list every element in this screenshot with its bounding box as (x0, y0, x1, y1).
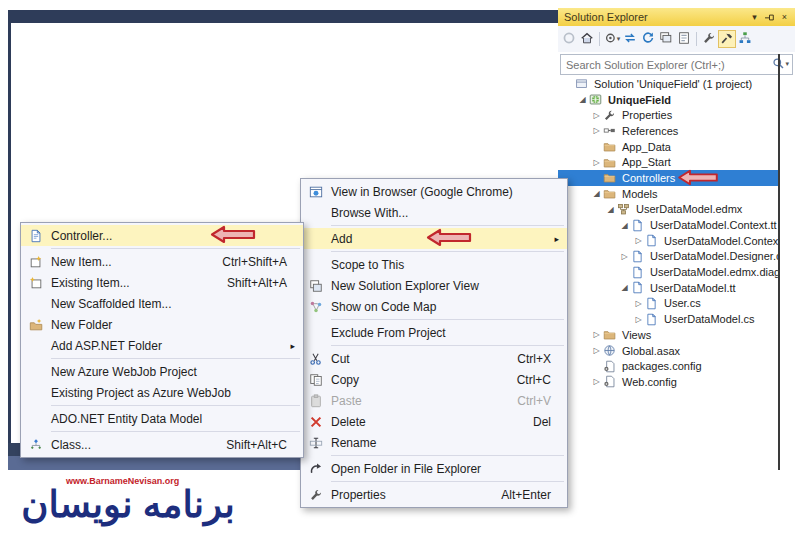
tree-item-models[interactable]: ◢Models (558, 186, 778, 202)
existing-item-icon (25, 275, 47, 291)
toolbar-back-button[interactable] (560, 30, 578, 48)
context-menu-item-new-solution-explorer-view[interactable]: New Solution Explorer View (301, 275, 567, 296)
auto-hide-pin-button[interactable] (762, 10, 777, 24)
tree-item-references[interactable]: ▷References (558, 123, 778, 139)
expander-expanded-icon[interactable]: ◢ (618, 283, 631, 292)
context-menu-item-delete[interactable]: DeleteDel (301, 411, 567, 432)
solution-explorer-title: Solution Explorer (564, 11, 747, 23)
toolbar-properties-button[interactable] (700, 30, 718, 48)
search-input[interactable] (560, 54, 793, 75)
add-submenu-item-class[interactable]: Class...Shift+Alt+C (21, 434, 303, 455)
tree-item-label: Controllers (622, 172, 675, 184)
tree-item-userdatamodel-edmx-diagram[interactable]: UserDataModel.edmx.diagram (558, 264, 778, 280)
toolbar-show-all-files-button[interactable] (675, 30, 693, 48)
expander-expanded-icon[interactable]: ◢ (576, 95, 589, 104)
context-menu-item-browse-with[interactable]: Browse With... (301, 202, 567, 223)
add-submenu-item-new-folder[interactable]: New Folder (21, 314, 303, 335)
toolbar-home-button[interactable] (578, 30, 596, 48)
tree-item-label: Solution 'UniqueField' (1 project) (594, 78, 752, 90)
tree-item-userdatamodel-context-tt[interactable]: ◢UserDataModel.Context.tt (558, 217, 778, 233)
tree-item-global-asax[interactable]: ▷Global.asax (558, 343, 778, 359)
search-icon[interactable]: ▾ (772, 57, 789, 70)
tree-item-label: User.cs (664, 297, 701, 309)
expander-collapsed-icon[interactable]: ▷ (618, 252, 631, 261)
tree-item-userdatamodel-designer-cs[interactable]: ▷UserDataModel.Designer.cs (558, 249, 778, 265)
menu-separator (51, 431, 300, 432)
add-submenu-item-new-azure-webjob-project[interactable]: New Azure WebJob Project (21, 361, 303, 382)
expander-expanded-icon[interactable]: ◢ (618, 221, 631, 230)
menu-icon-placeholder (25, 385, 47, 401)
context-menu-item-rename[interactable]: Rename (301, 432, 567, 453)
toolbar-pending-changes-filter-button[interactable]: ▾ (603, 30, 621, 48)
add-submenu-item-existing-item[interactable]: Existing Item...Shift+Alt+A (21, 272, 303, 293)
menu-icon-placeholder (25, 411, 47, 427)
expander-collapsed-icon[interactable]: ▷ (590, 126, 603, 135)
tree-item-properties[interactable]: ▷Properties (558, 107, 778, 123)
menu-item-shortcut: Ctrl+C (517, 373, 551, 387)
solution-icon (575, 77, 591, 91)
expander-collapsed-icon[interactable]: ▷ (632, 236, 645, 245)
close-button[interactable]: × (777, 10, 792, 24)
tree-item-userdatamodel-cs[interactable]: ▷UserDataModel.cs (558, 311, 778, 327)
rename-icon (305, 435, 327, 451)
tree-item-label: UserDataModel.Designer.cs (650, 250, 778, 262)
expander-collapsed-icon[interactable]: ▷ (632, 299, 645, 308)
config-icon (603, 375, 619, 389)
tree-item-label: UniqueField (608, 94, 671, 106)
tree-item-uniquefield[interactable]: ◢UniqueField (558, 92, 778, 108)
add-submenu-item-new-scaffolded-item[interactable]: New Scaffolded Item... (21, 293, 303, 314)
folder-icon (603, 155, 619, 169)
toolbar-refresh-button[interactable] (639, 30, 657, 48)
solution-explorer-header[interactable]: Solution Explorer ▾ × (558, 8, 795, 26)
folder-icon (603, 171, 619, 185)
tree-item-solution-uniquefield-1-project[interactable]: Solution 'UniqueField' (1 project) (558, 76, 778, 92)
context-menu-item-cut[interactable]: CutCtrl+X (301, 348, 567, 369)
expander-collapsed-icon[interactable]: ▷ (590, 330, 603, 339)
tree-item-userdatamodel-context-cs[interactable]: ▷UserDataModel.Context.cs (558, 233, 778, 249)
context-menu-item-show-on-code-map[interactable]: Show on Code Map (301, 296, 567, 317)
context-menu-item-open-folder-in-file-explorer[interactable]: Open Folder in File Explorer (301, 458, 567, 479)
toolbar-collapse-all-button[interactable] (657, 30, 675, 48)
add-submenu-item-ado-net-entity-data-model[interactable]: ADO.NET Entity Data Model (21, 408, 303, 429)
red-arrow-controller-menu-item (210, 225, 256, 248)
switch-views-icon (738, 31, 752, 47)
add-submenu-item-add-asp-net-folder[interactable]: Add ASP.NET Folder▸ (21, 335, 303, 356)
expander-collapsed-icon[interactable]: ▷ (590, 111, 603, 120)
tree-item-views[interactable]: ▷Views (558, 327, 778, 343)
context-menu-item-scope-to-this[interactable]: Scope to This (301, 254, 567, 275)
tree-item-user-cs[interactable]: ▷User.cs (558, 296, 778, 312)
tree-item-label: Global.asax (622, 345, 680, 357)
window-position-button[interactable]: ▾ (747, 10, 762, 24)
expander-expanded-icon[interactable]: ◢ (604, 205, 617, 214)
menu-item-label: View in Browser (Google Chrome) (331, 185, 551, 199)
tree-item-web-config[interactable]: ▷Web.config (558, 374, 778, 390)
expander-expanded-icon[interactable]: ◢ (590, 189, 603, 198)
menu-separator (51, 405, 300, 406)
tree-item-packages-config[interactable]: packages.config (558, 358, 778, 374)
tree-item-label: References (622, 125, 678, 137)
solution-tree: Solution 'UniqueField' (1 project)◢Uniqu… (558, 76, 778, 470)
tree-item-app-start[interactable]: ▷App_Start (558, 154, 778, 170)
context-menu-item-exclude-from-project[interactable]: Exclude From Project (301, 322, 567, 343)
context-menu-item-properties[interactable]: PropertiesAlt+Enter (301, 484, 567, 505)
add-submenu-item-existing-project-as-azure-webjob[interactable]: Existing Project as Azure WebJob (21, 382, 303, 403)
add-submenu-item-controller[interactable]: Controller... (21, 225, 303, 246)
context-menu-item-copy[interactable]: CopyCtrl+C (301, 369, 567, 390)
add-submenu-item-new-item[interactable]: New Item...Ctrl+Shift+A (21, 251, 303, 272)
menu-item-label: New Azure WebJob Project (51, 365, 287, 379)
tree-item-userdatamodel-tt[interactable]: ◢UserDataModel.tt (558, 280, 778, 296)
tree-item-userdatamodel-edmx[interactable]: ◢UserDataModel.edmx (558, 202, 778, 218)
toolbar-switch-views-button[interactable] (736, 30, 754, 48)
context-menu-item-view-in-browser-google-chrome[interactable]: View in Browser (Google Chrome) (301, 181, 567, 202)
back-icon (562, 31, 576, 47)
tree-item-controllers[interactable]: Controllers (558, 170, 778, 186)
tree-item-app-data[interactable]: App_Data (558, 139, 778, 155)
expander-collapsed-icon[interactable]: ▷ (632, 315, 645, 324)
expander-collapsed-icon[interactable]: ▷ (590, 377, 603, 386)
tree-item-label: App_Start (622, 156, 671, 168)
expander-collapsed-icon[interactable]: ▷ (590, 158, 603, 167)
expander-collapsed-icon[interactable]: ▷ (590, 346, 603, 355)
show-all-files-icon (677, 31, 691, 47)
toolbar-sync-with-active-document-button[interactable] (621, 30, 639, 48)
toolbar-preview-selected-items-button[interactable] (718, 30, 736, 48)
